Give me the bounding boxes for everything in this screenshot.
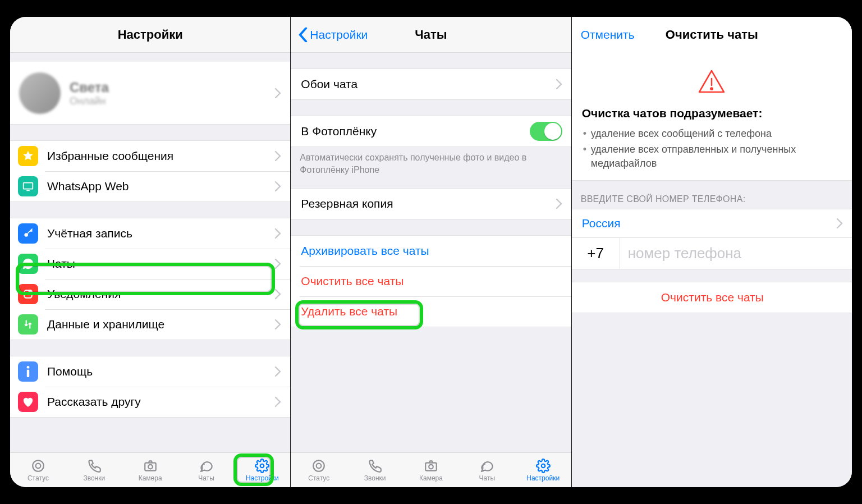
tab-label: Чаты — [198, 474, 214, 482]
tab-status[interactable]: Статус — [291, 453, 347, 487]
avatar — [19, 72, 61, 114]
chevron-right-icon — [275, 151, 281, 161]
row-label: Обои чата — [301, 77, 556, 91]
tab-label: Камера — [139, 474, 162, 482]
tab-calls[interactable]: Звонки — [347, 453, 403, 487]
row-clear-all[interactable]: Очистить все чаты — [291, 266, 571, 296]
row-label: Учётная запись — [47, 227, 275, 240]
row-delete-all[interactable]: Удалить все чаты — [291, 296, 571, 327]
back-button[interactable]: Настройки — [299, 28, 368, 42]
chevron-right-icon — [275, 181, 281, 191]
tab-status[interactable]: Статус — [10, 453, 66, 487]
chevron-right-icon — [275, 289, 281, 299]
svg-point-14 — [429, 464, 433, 469]
screen-settings: Настройки Света Онлайн Избранные сообщен… — [10, 17, 291, 487]
tab-label: Статус — [308, 474, 329, 482]
tab-label: Настройки — [246, 474, 279, 482]
section-header-phone: ВВЕДИТЕ СВОЙ НОМЕР ТЕЛЕФОНА: — [572, 181, 852, 209]
tab-chats[interactable]: Чаты — [459, 453, 515, 487]
cancel-label: Отменить — [581, 28, 635, 42]
row-archive-all[interactable]: Архивировать все чаты — [291, 236, 571, 266]
cancel-button[interactable]: Отменить — [581, 28, 635, 42]
svg-point-10 — [260, 464, 264, 468]
clear-all-chats-button[interactable]: Очистить все чаты — [572, 282, 852, 313]
svg-point-6 — [33, 460, 44, 471]
country-code: +7 — [572, 238, 620, 269]
svg-rect-8 — [145, 462, 156, 470]
heart-icon — [18, 392, 38, 412]
warning-title: Очистка чатов подразумевает: — [572, 102, 852, 123]
row-data-storage[interactable]: Данные и хранилище — [10, 309, 290, 340]
tab-label: Статус — [27, 474, 49, 482]
whatsapp-icon — [18, 254, 38, 274]
row-label: Удалить все чаты — [301, 305, 562, 318]
data-icon — [18, 314, 38, 335]
screen-chats-settings: Настройки Чаты Обои чата В Фотоплёнку Ав… — [291, 17, 571, 487]
chevron-right-icon — [556, 79, 562, 89]
row-notifications[interactable]: Уведомления — [10, 279, 290, 309]
row-label: Архивировать все чаты — [301, 244, 562, 258]
desktop-icon — [18, 176, 38, 196]
chevron-right-icon — [275, 397, 281, 407]
svg-point-11 — [314, 460, 325, 471]
nav-title: Чаты — [415, 28, 447, 42]
tab-camera[interactable]: Камера — [122, 453, 178, 487]
tab-camera[interactable]: Камера — [403, 453, 459, 487]
tab-label: Камера — [419, 474, 443, 482]
chevron-right-icon — [275, 259, 281, 269]
tab-settings[interactable]: Настройки — [515, 453, 571, 487]
warning-bullet: удаление всех отправленных и полученных … — [583, 141, 841, 171]
tab-label: Чаты — [479, 474, 496, 482]
tab-label: Звонки — [83, 474, 105, 482]
phone-input[interactable]: номер телефона — [620, 238, 852, 269]
chevron-right-icon — [275, 319, 281, 329]
svg-rect-0 — [24, 183, 33, 189]
tab-label: Звонки — [364, 474, 386, 482]
chevron-right-icon — [275, 88, 281, 98]
tab-bar: Статус Звонки Камера Чаты Настройки — [291, 452, 571, 487]
row-tell-friend[interactable]: Рассказать другу — [10, 387, 290, 417]
tab-chats[interactable]: Чаты — [178, 453, 235, 487]
svg-point-15 — [541, 464, 545, 468]
svg-point-9 — [148, 464, 153, 469]
row-label: Резервная копия — [301, 197, 556, 210]
key-icon — [18, 223, 38, 244]
row-account[interactable]: Учётная запись — [10, 218, 290, 249]
profile-status: Онлайн — [70, 95, 109, 107]
svg-rect-5 — [27, 370, 29, 377]
navbar: Отменить Очистить чаты — [572, 17, 852, 53]
svg-point-1 — [24, 233, 28, 237]
row-label: Избранные сообщения — [47, 149, 275, 163]
row-chats[interactable]: Чаты — [10, 249, 290, 279]
svg-point-3 — [29, 290, 32, 293]
row-help[interactable]: Помощь — [10, 356, 290, 387]
row-starred-messages[interactable]: Избранные сообщения — [10, 141, 290, 171]
svg-point-12 — [317, 463, 322, 468]
row-label: Уведомления — [47, 287, 275, 301]
chevron-right-icon — [556, 199, 562, 209]
star-icon — [18, 146, 38, 166]
navbar: Настройки Чаты — [291, 17, 571, 53]
tab-settings[interactable]: Настройки — [234, 453, 290, 487]
profile-name: Света — [70, 80, 109, 95]
row-wallpaper[interactable]: Обои чата — [291, 69, 571, 99]
row-whatsapp-web[interactable]: WhatsApp Web — [10, 171, 290, 201]
tab-calls[interactable]: Звонки — [66, 453, 122, 487]
profile-row[interactable]: Света Онлайн — [10, 62, 290, 125]
tab-bar: Статус Звонки Камера Чаты Настройки — [10, 452, 290, 487]
svg-point-4 — [27, 366, 30, 369]
notification-icon — [18, 284, 38, 304]
toggle-camera-roll[interactable] — [530, 122, 562, 141]
tab-label: Настройки — [526, 474, 560, 482]
back-label: Настройки — [310, 28, 368, 42]
row-label: Рассказать другу — [47, 395, 275, 409]
warning-icon — [572, 53, 852, 102]
row-backup[interactable]: Резервная копия — [291, 189, 571, 219]
navbar: Настройки — [10, 17, 290, 53]
chevron-right-icon — [275, 228, 281, 239]
nav-title: Настройки — [118, 28, 183, 42]
row-country[interactable]: Россия — [572, 209, 852, 237]
row-camera-roll[interactable]: В Фотоплёнку — [291, 116, 571, 146]
chevron-right-icon — [275, 366, 281, 377]
row-label: Очистить все чаты — [301, 274, 562, 288]
